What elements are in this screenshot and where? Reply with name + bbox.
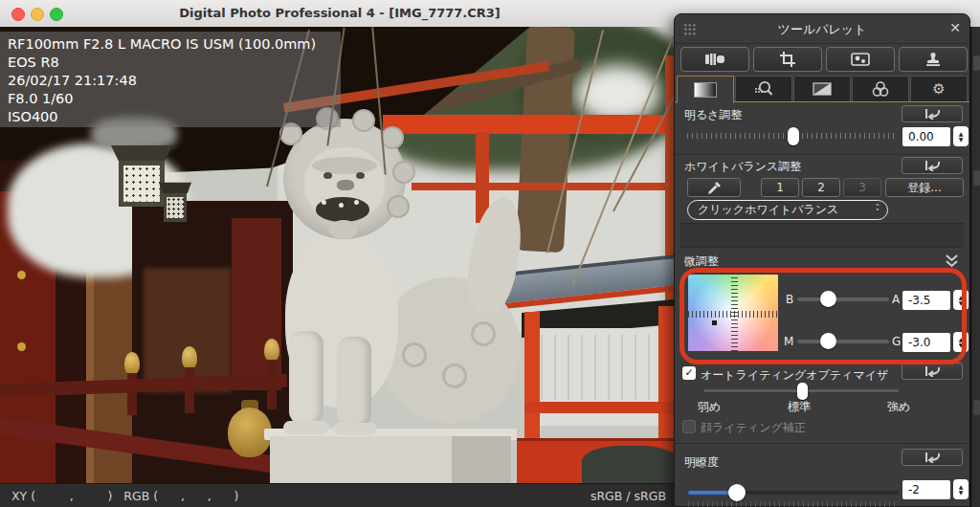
eyedropper-button[interactable] (687, 178, 741, 197)
exif-iso: ISO400 (8, 108, 333, 126)
background-window-fragment (973, 170, 980, 186)
clarity-slider[interactable] (688, 491, 899, 495)
lens-icon (704, 53, 725, 66)
background-window-fragment (973, 400, 980, 415)
exif-overlay: RF100mm F2.8 L MACRO IS USM (100.0mm) EO… (0, 32, 341, 127)
dust-delete-button[interactable] (826, 47, 895, 72)
lens-correction-button[interactable] (680, 47, 749, 72)
maximize-traffic-light[interactable] (50, 8, 63, 21)
statue-nose (337, 180, 354, 190)
white-balance-reset-button[interactable] (902, 157, 963, 174)
app-window: Digital Photo Professional 4 - [IMG_7777… (0, 0, 980, 507)
statue-paw (333, 423, 377, 435)
exif-lens: RF100mm F2.8 L MACRO IS USM (100.0mm) (8, 35, 333, 54)
reset-icon (923, 160, 942, 171)
clarity-reset-button[interactable] (902, 449, 963, 466)
statue-eye (323, 172, 332, 179)
alo-reset-button[interactable] (902, 363, 963, 380)
stamp-button[interactable] (899, 47, 968, 72)
statue-curl (387, 195, 410, 218)
face-lighting-checkbox (682, 420, 696, 433)
alo-checkbox[interactable]: ✓ (682, 366, 696, 380)
a-stepper[interactable]: ▲▼ (953, 290, 969, 310)
photo-gold-finial (124, 352, 140, 375)
fine-tune-label: 微調整 (684, 254, 719, 270)
alo-slider-thumb[interactable] (797, 383, 808, 400)
status-color-space: sRGB / sRGB (590, 489, 666, 503)
tab-tone-curve[interactable] (793, 76, 851, 102)
g-stepper[interactable]: ▲▼ (953, 332, 969, 352)
tab-color-adjustment[interactable] (852, 76, 909, 102)
tab-detail-adjustment[interactable] (735, 76, 792, 102)
tool-palette: ツールパレット ✕ ⚙ (674, 13, 970, 507)
stepper-down-icon: ▼ (959, 342, 964, 348)
clarity-slider-thumb[interactable] (728, 484, 746, 501)
fine-tune-color-square[interactable] (688, 275, 778, 351)
reset-icon (923, 365, 942, 377)
eyedropper-icon (707, 181, 722, 195)
alo-label: オートライティングオプティマイザ (701, 367, 888, 384)
statue-chin (329, 220, 358, 239)
stamp-icon (924, 52, 942, 67)
brightness-reset-button[interactable] (902, 105, 963, 122)
close-traffic-light[interactable] (11, 8, 25, 21)
statue-brow (312, 157, 377, 174)
g-axis-label: G (892, 335, 901, 348)
exif-camera: EOS R8 (8, 54, 333, 72)
statue-swirl (471, 321, 496, 346)
magnifier-grid-icon (754, 80, 773, 98)
photo-shrine-post (524, 312, 540, 457)
photo-small-lantern-panel (167, 197, 184, 218)
white-balance-dropdown[interactable]: クリックホワイトバランス ˄˅ (687, 200, 888, 220)
photo-canvas[interactable]: RF100mm F2.8 L MACRO IS USM (100.0mm) EO… (0, 27, 679, 483)
stepper-down-icon: ▼ (959, 490, 964, 496)
dropdown-chevrons-icon: ˄˅ (876, 206, 880, 215)
clarity-stepper[interactable]: ▲▼ (953, 479, 969, 499)
brightness-value-field[interactable]: 0.00 (902, 127, 950, 146)
photo-bronze-lantern-panel (123, 165, 160, 202)
b-a-slider-thumb[interactable] (820, 291, 836, 307)
alo-weak-label: 弱め (698, 399, 721, 415)
photo-door-fitting (17, 342, 26, 351)
tone-curve-icon (813, 82, 832, 96)
stepper-down-icon: ▼ (959, 137, 964, 143)
photo-red-beam (412, 183, 679, 190)
reset-icon (923, 452, 942, 463)
wb-register-button[interactable]: 登録... (885, 178, 964, 197)
section-divider (675, 154, 969, 155)
wb-preset-2-button[interactable]: 2 (802, 178, 840, 197)
a-axis-label: A (892, 293, 900, 306)
gradient-icon (694, 82, 717, 98)
crop-button[interactable] (753, 47, 822, 72)
palette-title: ツールパレット (778, 21, 867, 38)
minimize-traffic-light[interactable] (31, 8, 44, 21)
b-axis-label: B (786, 293, 793, 306)
g-value-field[interactable]: -3.0 (902, 333, 950, 352)
tab-settings[interactable]: ⚙ (910, 76, 968, 102)
brightness-stepper[interactable]: ▲▼ (953, 126, 969, 146)
close-icon[interactable]: ✕ (949, 20, 961, 35)
brightness-slider-thumb[interactable] (788, 127, 799, 145)
statue-curl (392, 161, 415, 184)
b-a-slider[interactable] (797, 298, 889, 301)
status-bar: XY ( , ) RGB ( , , ) sRGB / sRGB (0, 483, 679, 507)
background-window-strip (970, 27, 980, 507)
fine-tune-marker (712, 320, 717, 325)
dust-delete-icon (851, 53, 870, 66)
wb-preset-1-button[interactable]: 1 (761, 178, 799, 197)
m-g-slider-thumb[interactable] (820, 333, 836, 349)
clarity-label: 明瞭度 (684, 454, 719, 471)
crop-icon (779, 51, 796, 68)
face-lighting-label: 顔ライティング補正 (701, 420, 806, 436)
section-divider (675, 443, 969, 444)
collapse-chevrons-icon[interactable] (945, 254, 959, 268)
white-balance-label: ホワイトバランス調整 (684, 159, 801, 175)
statue-front-leg (337, 337, 371, 427)
drag-handle-icon[interactable] (683, 23, 696, 35)
clarity-value-field[interactable]: -2 (902, 480, 950, 499)
wb-preset-3-button: 3 (843, 178, 881, 197)
reset-icon (923, 108, 942, 120)
a-value-field[interactable]: -3.5 (902, 291, 950, 310)
m-g-slider[interactable] (797, 340, 889, 343)
tab-basic-adjustment[interactable] (677, 76, 734, 103)
